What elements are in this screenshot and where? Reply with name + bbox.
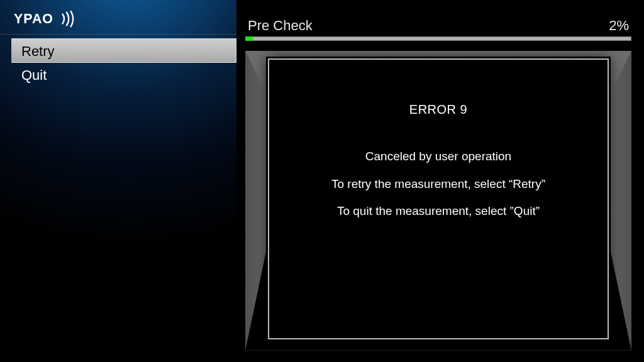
progress-stage-label: Pre Check: [248, 18, 313, 34]
progress-labels: Pre Check 2%: [245, 18, 631, 34]
menu: Retry Quit: [0, 38, 236, 87]
ypao-logo-icon: YPAO: [14, 10, 84, 28]
svg-text:YPAO: YPAO: [14, 11, 53, 26]
wall-right: [609, 51, 631, 351]
progress-fill: [245, 36, 253, 41]
sidebar: YPAO Retry Quit: [0, 0, 238, 362]
error-dialog: ERROR 9 Canceled by user operation To re…: [268, 58, 609, 339]
error-line-1: Canceled by user operation: [269, 148, 608, 165]
wall-left: [245, 51, 267, 351]
logo: YPAO: [0, 0, 236, 34]
menu-item-retry[interactable]: Retry: [11, 38, 236, 63]
error-title: ERROR 9: [269, 101, 608, 118]
menu-item-quit[interactable]: Quit: [0, 63, 236, 87]
progress-percent-label: 2%: [609, 18, 629, 34]
main-panel: Pre Check 2% ERROR 9 Canceled by user op…: [238, 0, 644, 362]
progress-header: Pre Check 2%: [245, 0, 631, 41]
error-line-2: To retry the measurement, select “Retry”: [269, 176, 608, 192]
error-line-3: To quit the measurement, select ”Quit”: [269, 203, 608, 219]
room-visualization: ERROR 9 Canceled by user operation To re…: [245, 51, 631, 351]
divider: [0, 34, 236, 35]
progress-bar: [245, 36, 631, 41]
